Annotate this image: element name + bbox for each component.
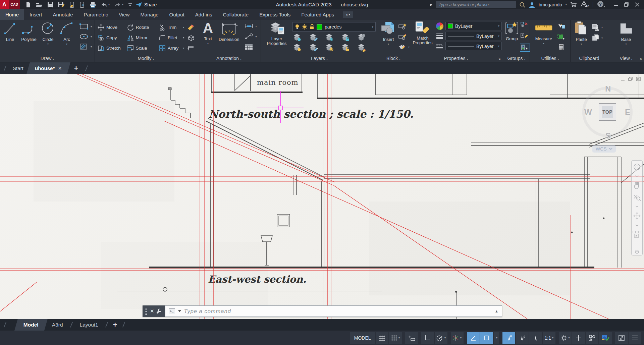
tab-addins[interactable]: Add-ins <box>190 9 218 20</box>
user-avatar-icon[interactable] <box>529 2 535 8</box>
tab-collaborate[interactable]: Collaborate <box>217 9 254 20</box>
snap-mode-toggle[interactable]: ▾ <box>389 332 402 344</box>
viewport-restore-icon[interactable] <box>628 77 633 81</box>
offset-button[interactable] <box>187 45 195 52</box>
trim-button[interactable]: Trim <box>159 22 183 33</box>
showmotion-icon[interactable] <box>633 231 641 238</box>
text-button[interactable]: A Text ▾ <box>201 21 215 52</box>
dynamic-input-toggle[interactable] <box>405 332 418 344</box>
base-button[interactable]: Base ▾ <box>619 21 634 52</box>
new-file-button[interactable] <box>25 2 31 8</box>
restore-button[interactable] <box>624 2 629 7</box>
clean-screen-button[interactable] <box>615 332 628 344</box>
navigation-bar[interactable] <box>631 160 643 255</box>
viewcube-east[interactable]: E <box>625 108 630 117</box>
graphics-performance-button[interactable] <box>599 332 612 344</box>
cut-button[interactable] <box>591 23 600 31</box>
object-snap-tracking-toggle[interactable] <box>467 332 480 344</box>
layer-color-swatch[interactable] <box>317 24 322 30</box>
save-as-button[interactable] <box>58 2 65 8</box>
object-snap-dropdown[interactable]: ▾ <box>494 332 499 344</box>
zoom-dropdown-arrow[interactable] <box>635 206 639 208</box>
command-history-arrow[interactable]: ▲ <box>495 309 498 313</box>
paste-button[interactable]: Paste ▾ <box>574 21 589 52</box>
circle-dropdown[interactable]: ▾ <box>47 43 49 46</box>
model-space-toggle[interactable]: MODEL <box>350 332 375 344</box>
cut-dropdown[interactable]: ▾ <box>601 26 603 29</box>
undo-dropdown[interactable]: ▾ <box>108 3 110 6</box>
autodesk-apps-button[interactable]: ▾ <box>580 1 589 8</box>
quick-calc-button[interactable] <box>557 33 566 40</box>
layer-dropdown-arrow[interactable]: ▾ <box>372 25 373 28</box>
tab-output[interactable]: Output <box>164 9 190 20</box>
object-snap-toggle[interactable] <box>480 332 493 344</box>
close-button[interactable] <box>635 2 639 7</box>
tab-a3rd[interactable]: A3rd <box>52 322 63 328</box>
panel-title-block[interactable]: Block▾ <box>378 56 409 61</box>
table-button[interactable] <box>244 44 254 50</box>
snap-dropdown[interactable]: ▾ <box>398 336 400 339</box>
scale-button[interactable]: Scale <box>127 43 159 53</box>
tab-uhouse[interactable]: uhouse* ✕ <box>26 62 70 74</box>
command-close-button[interactable]: ✕ <box>150 308 154 314</box>
fillet-button[interactable]: Fillet <box>159 33 183 43</box>
calculator-button[interactable] <box>557 44 566 50</box>
tab-model[interactable]: Model <box>14 319 48 331</box>
insert-button[interactable]: Insert ▾ <box>381 21 396 52</box>
orbit-dropdown-arrow[interactable] <box>635 224 639 226</box>
workspace-switching-button[interactable]: ▾ <box>559 332 572 344</box>
base-dropdown[interactable]: ▾ <box>625 43 627 46</box>
panel-title-draw[interactable]: Draw▾ <box>0 56 95 61</box>
panel-title-groups[interactable]: Groups▾ <box>503 56 530 61</box>
app-menu-button[interactable]: A CAD <box>0 0 20 9</box>
tab-express-tools[interactable]: Express Tools <box>254 9 296 20</box>
command-grip-handle[interactable] <box>143 305 149 317</box>
iso-dropdown[interactable]: ▾ <box>460 336 462 339</box>
share-button[interactable]: Share <box>136 2 157 7</box>
create-block-button[interactable] <box>398 23 407 30</box>
open-from-web-button[interactable] <box>69 2 75 8</box>
annotation-scale-sync[interactable] <box>529 332 542 344</box>
move-button[interactable]: Move <box>98 22 127 33</box>
tab-featured-apps[interactable]: Featured Apps <box>296 9 339 20</box>
tab-insert[interactable]: Insert <box>24 9 48 20</box>
measure-dropdown[interactable]: ▾ <box>543 42 544 45</box>
save-button[interactable] <box>47 2 53 8</box>
undo-button[interactable]: ▾ <box>101 2 110 7</box>
edit-attributes-button[interactable] <box>398 44 407 50</box>
tab-annotate[interactable]: Annotate <box>48 9 78 20</box>
grid-display-toggle[interactable] <box>376 332 388 344</box>
plot-button[interactable] <box>90 2 96 8</box>
redo-dropdown[interactable]: ▾ <box>122 3 123 6</box>
open-file-button[interactable] <box>36 2 43 8</box>
text-dropdown[interactable]: ▾ <box>207 42 209 45</box>
search-expand-arrow[interactable]: ▶ <box>430 3 433 6</box>
tab-close-icon[interactable]: ✕ <box>58 66 62 71</box>
drawing-canvas[interactable]: main room North-south section ; scale : … <box>0 74 644 319</box>
viewport-close-icon[interactable] <box>636 77 641 81</box>
polyline-button[interactable]: Polyline <box>21 21 37 52</box>
arc-dropdown[interactable]: ▾ <box>66 43 67 46</box>
panel-title-layers[interactable]: Layers▾ <box>261 56 378 61</box>
ortho-mode-toggle[interactable] <box>421 332 434 344</box>
command-line[interactable]: ✕ >_ Type a command ▲ <box>143 305 502 317</box>
command-customize-wrench-icon[interactable] <box>156 308 162 314</box>
explode-button[interactable] <box>187 35 195 41</box>
tab-layout1[interactable]: Layout1 <box>80 322 98 328</box>
username-label[interactable]: bmcgarrido <box>539 2 562 7</box>
ungroup-button[interactable] <box>520 21 529 27</box>
stretch-button[interactable]: Stretch <box>98 43 127 53</box>
fillet-dropdown[interactable]: ▾ <box>183 36 184 39</box>
match-properties-button[interactable]: Match Properties <box>411 21 434 52</box>
panel-title-clipboard[interactable]: Clipboard <box>571 56 608 61</box>
hatch-button[interactable] <box>79 43 89 50</box>
ellipse-dropdown[interactable]: ▾ <box>91 35 92 38</box>
mirror-button[interactable]: Mirror <box>127 33 159 43</box>
tab-home[interactable]: Home <box>0 9 24 20</box>
viewcube-west[interactable]: W <box>584 108 592 117</box>
search-input[interactable]: Type a keyword or phrase <box>436 1 516 8</box>
array-button[interactable]: Array <box>159 43 183 53</box>
customization-menu-button[interactable] <box>629 332 641 344</box>
arc-button[interactable]: Arc ▾ <box>59 21 74 52</box>
drawing-crosshair-button[interactable] <box>572 332 585 344</box>
